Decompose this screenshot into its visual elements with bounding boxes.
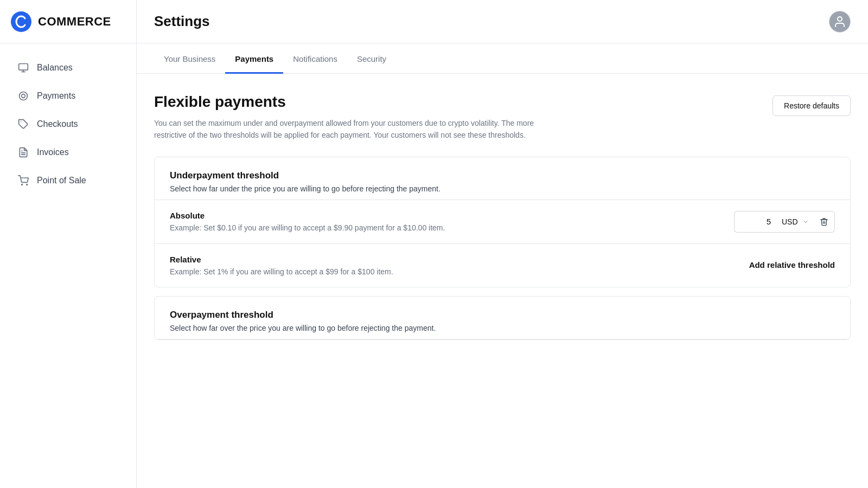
relative-desc: Example: Set 1% if you are willing to ac…: [170, 267, 393, 276]
relative-threshold-row: Relative Example: Set 1% if you are will…: [155, 244, 850, 287]
svg-point-5: [22, 94, 25, 98]
svg-point-11: [838, 17, 842, 21]
file-text-icon: [17, 146, 29, 158]
main-content: Settings Your Business Payments Notifica…: [137, 0, 868, 488]
tab-notifications[interactable]: Notifications: [283, 43, 347, 74]
svg-point-10: [27, 184, 28, 185]
relative-row-info: Relative Example: Set 1% if you are will…: [170, 255, 393, 276]
section-title: Flexible payments: [154, 93, 545, 111]
absolute-threshold-row: Absolute Example: Set $0.10 if you are w…: [155, 200, 850, 244]
tab-your-business[interactable]: Your Business: [154, 43, 225, 74]
sidebar-item-checkouts-label: Checkouts: [37, 119, 78, 129]
sidebar-item-invoices[interactable]: Invoices: [4, 139, 132, 166]
svg-point-0: [11, 11, 31, 32]
sidebar-item-checkouts[interactable]: Checkouts: [4, 111, 132, 138]
absolute-row-info: Absolute Example: Set $0.10 if you are w…: [170, 211, 445, 232]
tab-payments[interactable]: Payments: [225, 43, 283, 74]
user-icon: [833, 15, 846, 28]
page-title: Settings: [154, 13, 210, 30]
restore-defaults-button[interactable]: Restore defaults: [773, 95, 851, 116]
monitor-icon: [17, 62, 29, 74]
underpayment-threshold-card: Underpayment threshold Select how far un…: [154, 157, 851, 287]
overpayment-card-header: Overpayment threshold Select how far ove…: [155, 297, 850, 339]
section-desc: You can set the maximum under and overpa…: [154, 117, 545, 142]
section-header: Flexible payments You can set the maximu…: [154, 93, 851, 142]
absolute-delete-button[interactable]: [813, 211, 835, 233]
underpayment-card-header: Underpayment threshold Select how far un…: [155, 157, 850, 200]
sidebar-item-balances-label: Balances: [37, 63, 73, 73]
tag-icon: [17, 118, 29, 130]
underpayment-subtitle: Select how far under the price you are w…: [170, 184, 835, 193]
content-area: Flexible payments You can set the maximu…: [137, 74, 868, 488]
svg-point-9: [22, 184, 23, 185]
app-name: COMMERCE: [38, 15, 111, 29]
tab-security[interactable]: Security: [347, 43, 396, 74]
absolute-value-input[interactable]: [734, 211, 777, 233]
svg-point-4: [20, 92, 28, 100]
sidebar-item-invoices-label: Invoices: [37, 147, 69, 157]
absolute-controls: USD EUR GBP BTC ETH: [734, 211, 835, 233]
nav-list: Balances Payments Checkouts: [0, 43, 136, 205]
shopping-cart-icon: [17, 175, 29, 187]
commerce-logo-icon: [11, 11, 31, 32]
sidebar-item-balances[interactable]: Balances: [4, 54, 132, 81]
sidebar-header: COMMERCE: [0, 0, 136, 43]
overpayment-title: Overpayment threshold: [170, 310, 835, 320]
tabs-bar: Your Business Payments Notifications Sec…: [137, 43, 868, 74]
circle-icon: [17, 90, 29, 102]
absolute-currency-select[interactable]: USD EUR GBP BTC ETH: [777, 211, 813, 233]
sidebar: COMMERCE Balances Payments: [0, 0, 137, 488]
user-avatar[interactable]: [829, 11, 851, 33]
topbar: Settings: [137, 0, 868, 43]
section-intro: Flexible payments You can set the maximu…: [154, 93, 545, 142]
trash-icon: [820, 217, 828, 226]
overpayment-threshold-card: Overpayment threshold Select how far ove…: [154, 296, 851, 340]
sidebar-item-payments[interactable]: Payments: [4, 82, 132, 110]
sidebar-item-point-of-sale[interactable]: Point of Sale: [4, 167, 132, 194]
overpayment-subtitle: Select how far over the price you are wi…: [170, 324, 835, 332]
add-relative-threshold-link[interactable]: Add relative threshold: [749, 260, 835, 270]
absolute-desc: Example: Set $0.10 if you are willing to…: [170, 223, 445, 232]
underpayment-title: Underpayment threshold: [170, 170, 835, 181]
sidebar-item-payments-label: Payments: [37, 91, 75, 101]
absolute-title: Absolute: [170, 211, 445, 220]
svg-rect-1: [19, 64, 28, 70]
sidebar-item-pos-label: Point of Sale: [37, 176, 86, 185]
relative-title: Relative: [170, 255, 393, 264]
